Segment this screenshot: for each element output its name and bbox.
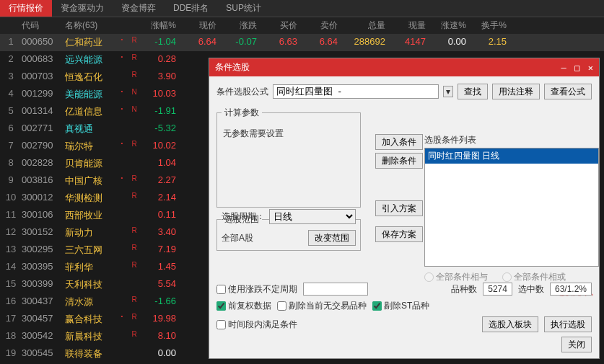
delete-condition-button[interactable]: 删除条件 xyxy=(375,153,423,169)
import-plan-button[interactable]: 引入方案 xyxy=(375,200,423,216)
pre-adjust-checkbox[interactable]: 前复权数据 xyxy=(216,300,271,312)
formula-input[interactable] xyxy=(273,84,439,99)
execute-button[interactable]: 执行选股 xyxy=(544,316,592,332)
exclude-st-checkbox[interactable]: 剔除ST品种 xyxy=(372,300,429,312)
no-params-text: 无参数需要设置 xyxy=(222,123,356,144)
table-row[interactable]: 1000650仁和药业•R-1.046.64-0.076.636.6428869… xyxy=(0,34,604,51)
minimize-icon[interactable]: — xyxy=(561,63,566,73)
view-formula-button[interactable]: 查看公式 xyxy=(544,84,592,99)
h-price: 现价 xyxy=(180,19,221,32)
scope-value: 全部A股 xyxy=(222,232,253,244)
h-cur: 现量 xyxy=(390,19,430,32)
tab-1[interactable]: 资金驱动力 xyxy=(52,0,113,17)
tab-3[interactable]: DDE排名 xyxy=(165,0,217,17)
h-vol: 总量 xyxy=(342,19,390,32)
h-chg: 涨跌 xyxy=(221,19,261,32)
close-icon[interactable]: ✕ xyxy=(588,63,593,73)
condition-list[interactable]: 同时红四量图 日线 xyxy=(424,148,599,267)
exclude-nontrade-checkbox[interactable]: 剔除当前无交易品种 xyxy=(277,300,367,312)
h-buy: 买价 xyxy=(261,19,302,32)
save-plan-button[interactable]: 保存方案 xyxy=(375,226,423,242)
condition-stock-dialog: 条件选股 — □ ✕ 条件选股公式 ▾ 查找 用法注释 查看公式 计算参数 无参… xyxy=(209,58,600,359)
condition-list-item[interactable]: 同时红四量图 日线 xyxy=(425,148,598,164)
tab-2[interactable]: 资金博弈 xyxy=(113,0,165,17)
params-fieldset: 计算参数 无参数需要设置 选股周期： 日线 xyxy=(216,107,361,208)
dropdown-icon[interactable]: ▾ xyxy=(443,86,453,97)
scope-legend: 选股范围 xyxy=(222,213,262,226)
maximize-icon[interactable]: □ xyxy=(574,63,579,73)
h-pct: 涨幅% xyxy=(140,19,180,32)
selected-label: 选中数 xyxy=(518,283,544,296)
period-select[interactable]: 日线 xyxy=(269,209,356,224)
tab-4[interactable]: SUP统计 xyxy=(217,0,270,17)
dialog-title: 条件选股 xyxy=(215,61,250,74)
h-spd: 涨速% xyxy=(430,19,470,32)
selected-value: 63/1.2% xyxy=(550,283,592,296)
formula-label: 条件选股公式 xyxy=(216,86,268,98)
grid-header: 代码 名称(63) 涨幅% 现价 涨跌 买价 卖价 总量 现量 涨速% 换手% xyxy=(0,17,604,34)
add-condition-button[interactable]: 加入条件 xyxy=(375,134,423,150)
condition-list-label: 选股条件列表 xyxy=(424,134,599,146)
usage-button[interactable]: 用法注释 xyxy=(492,84,540,99)
count-label: 品种数 xyxy=(451,283,477,296)
h-sell: 卖价 xyxy=(302,19,342,32)
time-condition-checkbox[interactable]: 时间段内满足条件 xyxy=(216,319,297,331)
h-name: 名称(63) xyxy=(65,19,115,32)
change-scope-button[interactable]: 改变范围 xyxy=(308,230,356,246)
h-code: 代码 xyxy=(22,19,65,32)
close-button[interactable]: 关闭 xyxy=(561,337,592,352)
tab-0[interactable]: 行情报价 xyxy=(0,0,52,17)
dialog-title-bar[interactable]: 条件选股 — □ ✕ xyxy=(209,58,599,76)
use-range-checkbox[interactable]: 使用涨跌不定周期 xyxy=(216,283,297,296)
into-block-button[interactable]: 选股入板块 xyxy=(482,316,538,332)
tab-bar: 行情报价资金驱动力资金博弈DDE排名SUP统计 xyxy=(0,0,604,17)
range-input[interactable] xyxy=(303,283,368,296)
find-button[interactable]: 查找 xyxy=(458,84,488,99)
h-turn: 换手% xyxy=(470,19,511,32)
params-legend: 计算参数 xyxy=(222,107,262,119)
count-value: 5274 xyxy=(483,283,512,296)
